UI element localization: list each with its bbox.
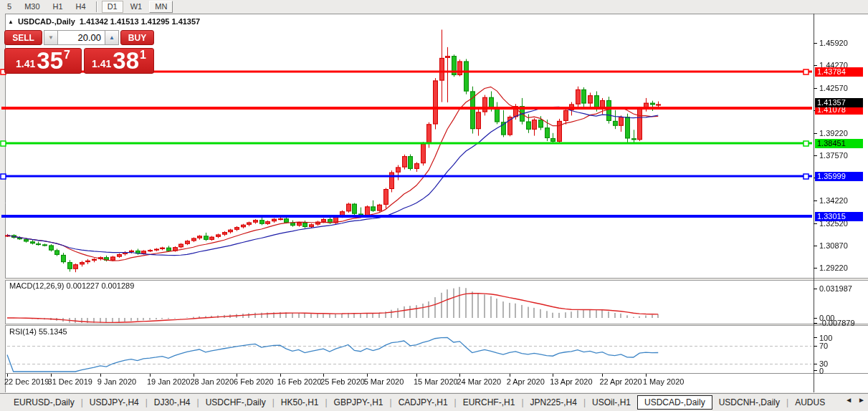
date-label: 1 May 2020	[643, 377, 684, 386]
symbol-tab[interactable]: EURUSD-,Daily	[7, 396, 81, 409]
buy-price-prefix: 1.41	[92, 58, 111, 69]
timeframe-button-d1[interactable]: D1	[102, 1, 123, 13]
price-badge: 1.38451	[815, 139, 863, 148]
date-label: 31 Dec 2019	[48, 377, 92, 386]
volume-decrease-button[interactable]: ▼	[44, 30, 58, 45]
tab-scroll-right-button[interactable]: ►	[858, 396, 865, 404]
macd-axis-label: 0.031987	[819, 284, 852, 293]
symbol-tab[interactable]: USDCAD-,Daily	[637, 395, 712, 410]
timeframe-button-w1[interactable]: W1	[125, 1, 148, 13]
trading-platform-window: 5M30H1H4D1W1MN ▲ USDCAD-,Daily 1.41342 1…	[0, 0, 868, 411]
symbol-tab[interactable]: GBPJPY-,H1	[328, 396, 390, 409]
price-badge: 1.43784	[815, 67, 863, 77]
date-label: 22 Dec 2019	[4, 377, 49, 386]
volume-increase-button[interactable]: ▲	[105, 30, 119, 45]
symbol-tab[interactable]: JPN225-,H4	[524, 396, 583, 409]
trade-panel-controls: SELL ▼ ▲ BUY	[4, 30, 154, 45]
date-label: 2 Apr 2020	[507, 377, 545, 386]
buy-price-pip: 1	[140, 49, 146, 62]
symbol-tab[interactable]: USDCNH-,Daily	[712, 396, 786, 409]
rsi-label: RSI(14) 55.1345	[9, 327, 67, 336]
timeframe-button-5[interactable]: 5	[1, 1, 17, 13]
timeframe-button-h4[interactable]: H4	[70, 1, 92, 13]
date-label: 15 Mar 2020	[414, 377, 458, 386]
spin-down-icon: ▼	[48, 34, 54, 41]
date-label: 24 Mar 2020	[457, 377, 501, 386]
date-label: 22 Apr 2020	[599, 377, 642, 386]
rsi-axis-label: 0	[819, 367, 824, 375]
symbol-tab[interactable]: HK50-,H1	[275, 396, 325, 409]
timeframe-button-mn[interactable]: MN	[149, 1, 173, 13]
date-label: 16 Feb 2020	[277, 377, 322, 386]
price-tick-label: 1.37570	[819, 151, 848, 160]
volume-input[interactable]	[58, 30, 105, 45]
macd-label: MACD(12,26,9) 0.001227 0.001289	[9, 281, 134, 290]
date-label: 6 Feb 2020	[234, 377, 274, 386]
price-badge: 1.33015	[815, 212, 863, 221]
sell-button[interactable]: SELL	[4, 30, 42, 45]
sell-price-pip: 7	[64, 49, 70, 62]
price-tick-label: 1.34220	[819, 196, 848, 205]
price-tick-label: 1.30870	[819, 241, 848, 250]
buy-price-big: 38	[113, 50, 139, 72]
toolbar-separator	[96, 1, 97, 12]
price-tick-label: 1.45920	[819, 39, 848, 47]
buy-button[interactable]: BUY	[120, 30, 154, 45]
sell-price-big: 35	[37, 50, 63, 72]
tab-scroll-left-button[interactable]: ◄	[845, 396, 852, 404]
price-badge: 1.35999	[815, 172, 863, 181]
symbol-tab[interactable]: USOil-,H1	[586, 396, 637, 409]
buy-price-button[interactable]: 1.41 38 1	[84, 48, 154, 74]
timeframe-toolbar: 5M30H1H4D1W1MN	[0, 0, 868, 14]
symbol-tab[interactable]: USDJPY-,H4	[83, 396, 146, 409]
symbol-tab[interactable]: USDCHF-,Daily	[199, 396, 272, 409]
timeframe-button-h1[interactable]: H1	[47, 1, 69, 13]
price-badge: 1.41357	[815, 98, 863, 107]
price-tick-label: 1.42570	[819, 84, 848, 92]
symbol-tab-bar: EURUSD-,Daily|USDJPY-,H4|DJ30-,H4|USDCHF…	[0, 393, 868, 411]
sell-price-button[interactable]: 1.41 35 7	[4, 48, 82, 74]
date-label: 28 Jan 2020	[191, 377, 234, 386]
price-tick-label: 1.39220	[819, 129, 848, 137]
date-label: 19 Jan 2020	[147, 377, 191, 386]
timeframe-button-m30[interactable]: M30	[19, 1, 45, 13]
date-label: 13 Apr 2020	[550, 377, 592, 386]
one-click-trading-toggle-icon[interactable]: ▲	[8, 19, 14, 25]
symbol-tab[interactable]: CADJPY-,H1	[392, 396, 454, 409]
symbol-tab[interactable]: DJ30-,H4	[148, 396, 197, 409]
rsi-axis-label: 70	[819, 342, 828, 350]
chart-title: ▲ USDCAD-,Daily 1.41342 1.41513 1.41295 …	[8, 17, 200, 26]
chart-symbol-label: USDCAD-,Daily	[18, 17, 75, 26]
one-click-trade-panel: SELL ▼ ▲ BUY 1.41 35 7 1.41 38 1	[4, 30, 154, 74]
chart-ohlc-values: 1.41342 1.41513 1.41295 1.41357	[80, 17, 200, 26]
symbol-tab[interactable]: AUDUS	[788, 396, 831, 409]
date-label: 5 Mar 2020	[364, 377, 404, 386]
spin-up-icon: ▲	[109, 34, 115, 41]
date-label: 25 Feb 2020	[320, 377, 365, 386]
price-tick-label: 1.29220	[819, 263, 848, 272]
sell-price-prefix: 1.41	[16, 58, 35, 69]
tab-scroll-controls: ◄ ►	[845, 396, 865, 404]
symbol-tab[interactable]: EURCHF-,H1	[457, 396, 522, 409]
macd-axis-label: -0.007879	[819, 319, 855, 327]
date-label: 9 Jan 2020	[97, 377, 136, 386]
